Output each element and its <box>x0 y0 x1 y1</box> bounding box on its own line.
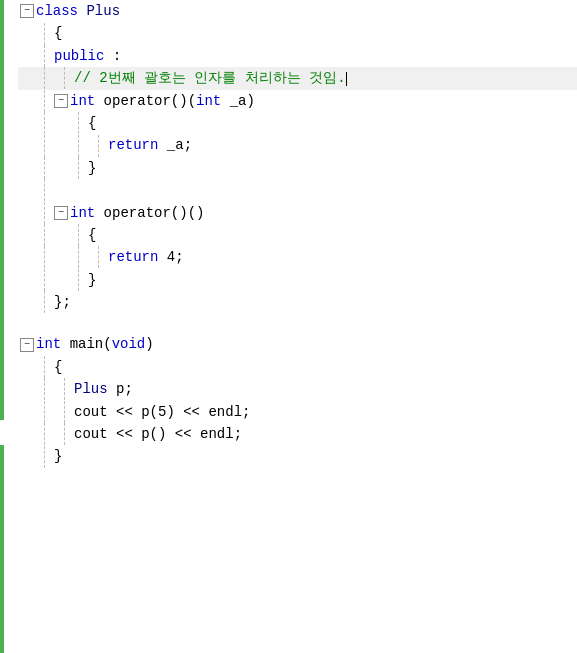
code-editor: − class Plus { public : // 2번째 괄호는 인자를 처… <box>0 0 577 653</box>
indent-v30 <box>34 446 54 468</box>
indent-v26 <box>34 401 54 423</box>
collapse-main[interactable]: − <box>20 338 34 352</box>
line-6-text: { <box>88 112 577 134</box>
line-21-text: cout << p() << endl; <box>74 423 577 445</box>
line-19-text: Plus p; <box>74 378 577 400</box>
line-17: − int main(void) <box>18 333 577 355</box>
indent-v15 <box>34 224 54 246</box>
line-7-text: return _a; <box>108 134 577 156</box>
line-13: } <box>18 269 577 291</box>
indent-v4 <box>54 67 74 89</box>
indent-v28 <box>34 423 54 445</box>
line-22: } <box>18 445 577 467</box>
line-5-text: int operator()(int _a) <box>70 90 577 112</box>
line-5: − int operator()(int _a) <box>18 90 577 112</box>
line-21: cout << p() << endl; <box>18 423 577 445</box>
indent-v27 <box>54 401 74 423</box>
line-7: return _a; <box>18 134 577 156</box>
line-10-text: int operator()() <box>70 202 577 224</box>
line-12: return 4; <box>18 246 577 268</box>
line-6: { <box>18 112 577 134</box>
line-1-text: class Plus <box>36 0 577 22</box>
code-area: − class Plus { public : // 2번째 괄호는 인자를 처… <box>0 0 577 468</box>
line-8-text: } <box>88 157 577 179</box>
indent-v9 <box>68 135 88 157</box>
indent-v22 <box>34 291 54 313</box>
line-13-text: } <box>88 269 577 291</box>
line-18-text: { <box>54 356 577 378</box>
separator <box>18 313 577 333</box>
collapse-class[interactable]: − <box>20 4 34 18</box>
line-12-text: return 4; <box>108 246 577 268</box>
line-11-text: { <box>88 224 577 246</box>
line-17-text: int main(void) <box>36 333 577 355</box>
line-14-text: }; <box>54 291 577 313</box>
line-4: // 2번째 괄호는 인자를 처리하는 것임. <box>18 67 577 89</box>
line-2: { <box>18 22 577 44</box>
line-8: } <box>18 157 577 179</box>
indent-v5 <box>34 90 54 112</box>
indent-v11 <box>34 157 54 179</box>
line-4-text: // 2번째 괄호는 인자를 처리하는 것임. <box>74 67 577 89</box>
line-14: }; <box>18 291 577 313</box>
collapse-method1[interactable]: − <box>54 94 68 108</box>
green-bar-main <box>0 445 4 653</box>
line-20-text: cout << p(5) << endl; <box>74 401 577 423</box>
indent-v29 <box>54 423 74 445</box>
indent-v8 <box>34 135 54 157</box>
indent-v25 <box>54 378 74 400</box>
line-3: public : <box>18 45 577 67</box>
indent-v10 <box>88 135 108 157</box>
line-2-text: { <box>54 22 577 44</box>
green-bar-class <box>0 0 4 420</box>
line-19: Plus p; <box>18 378 577 400</box>
collapse-method2[interactable]: − <box>54 206 68 220</box>
indent-v24 <box>34 378 54 400</box>
line-10: − int operator()() <box>18 202 577 224</box>
indent-v16 <box>68 224 88 246</box>
indent-v3 <box>34 67 54 89</box>
line-3-text: public : <box>54 45 577 67</box>
indent-v2 <box>34 45 54 67</box>
indent-v20 <box>34 269 54 291</box>
line-22-text: } <box>54 445 577 467</box>
indent-v21 <box>68 269 88 291</box>
indent-v13 <box>34 179 54 201</box>
line-9-text <box>54 179 577 201</box>
indent-v17 <box>34 246 54 268</box>
indent-v6 <box>34 112 54 134</box>
indent-v23 <box>34 356 54 378</box>
line-9 <box>18 179 577 201</box>
indent-v18 <box>68 246 88 268</box>
indent-v12 <box>68 157 88 179</box>
indent-v1 <box>34 23 54 45</box>
indent-v19 <box>88 246 108 268</box>
indent-v14 <box>34 202 54 224</box>
line-20: cout << p(5) << endl; <box>18 401 577 423</box>
line-1: − class Plus <box>18 0 577 22</box>
line-18: { <box>18 356 577 378</box>
line-11: { <box>18 224 577 246</box>
indent-v7 <box>68 112 88 134</box>
text-cursor <box>346 72 347 86</box>
